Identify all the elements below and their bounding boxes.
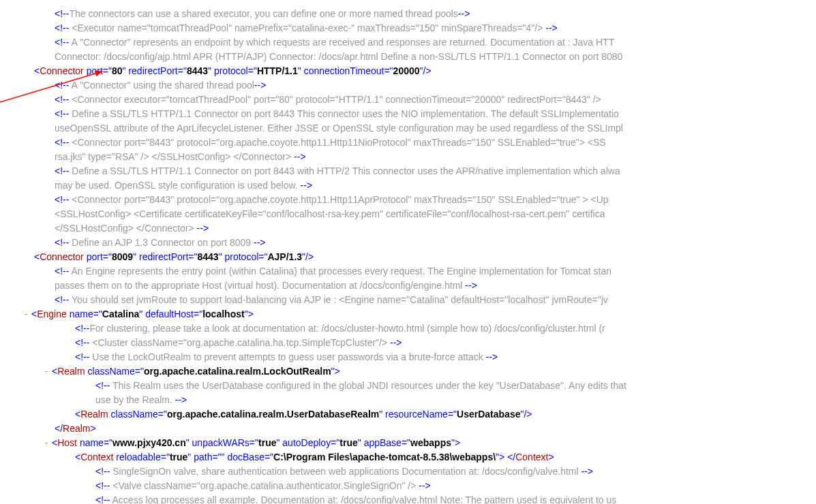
code-line: <!-- Access log processes all example. D… [14, 493, 802, 504]
token: =" [135, 366, 144, 377]
comment-text: <Cluster className="org.apache.catalina.… [89, 337, 390, 348]
code-line: use by the Realm. --> [14, 393, 802, 407]
xml-bracket: <!-- [55, 294, 69, 305]
xml-value: true [258, 437, 276, 448]
xml-attr: connectionTimeout [304, 65, 384, 76]
code-line: <!-- Define a SSL/TLS HTTP/1.1 Connector… [14, 164, 802, 178]
code-line: <Connector port="80" redirectPort="8443"… [14, 64, 802, 78]
xml-value: org.apache.catalina.realm.UserDatabaseRe… [167, 409, 379, 420]
code-line: <!-- <Connector port="8443" protocol="or… [14, 193, 802, 207]
token: " [276, 437, 282, 448]
token: =" [104, 437, 112, 448]
code-line: <!-- Define an AJP 1.3 Connector on port… [14, 236, 802, 250]
xml-attr: defaultHost [145, 309, 194, 319]
xml-bracket: --> [254, 237, 266, 248]
xml-bracket: <!-- [55, 8, 69, 19]
token: " [139, 309, 145, 319]
xml-bracket: <!-- [75, 337, 89, 348]
xml-bracket: --> [581, 466, 593, 477]
token: " [298, 65, 304, 76]
comment-text: For clustering, please take a look at do… [89, 323, 605, 334]
xml-attr: className [88, 366, 135, 377]
comment-text: This Realm uses the UserDatabase configu… [110, 380, 626, 391]
xml-bracket: --> [254, 80, 267, 91]
xml-value: webapps [410, 437, 451, 448]
xml-bracket: > </ [499, 452, 515, 462]
xml-bracket: <!-- [55, 22, 69, 33]
comment-text: The connectors can use a shared executor… [69, 8, 457, 19]
fold-toggle[interactable]: - [42, 436, 50, 450]
xml-value: 80 [112, 65, 123, 76]
xml-bracket: < [52, 366, 57, 377]
token: =" [402, 437, 410, 448]
xml-bracket: > [548, 452, 554, 462]
comment-text: rsa.jks" type="RSA" /> </SSLHostConfig> … [55, 151, 294, 162]
code-line: <!-- <Cluster className="org.apache.cata… [14, 336, 802, 350]
token: " [358, 437, 364, 448]
code-line: Connector: /docs/config/ajp.html APR (HT… [14, 50, 802, 64]
comment-text: passes them on to the appropriate Host (… [55, 280, 465, 291]
comment-text: Define a SSL/TLS HTTP/1.1 Connector on p… [69, 108, 618, 119]
xml-bracket: /> [524, 409, 532, 420]
xml-tag: Context [80, 452, 116, 462]
xml-bracket: > [248, 309, 254, 319]
token: =" [248, 65, 257, 76]
code-line: <!-- Use the LockOutRealm to prevent att… [14, 350, 802, 364]
xml-attr: protocol [214, 65, 248, 76]
token: =" [178, 65, 187, 76]
code-line: <Context reloadable="true" path="" docBa… [14, 450, 802, 464]
xml-tag: Host [57, 437, 80, 448]
comment-text: useOpenSSL attribute of the AprLifecycle… [55, 123, 623, 133]
code-line: <!--The connectors can use a shared exec… [14, 7, 802, 21]
xml-tag: Connector [40, 251, 86, 262]
comment-text: </SSLHostConfig> </Connector> [55, 223, 197, 234]
fold-toggle[interactable]: - [22, 307, 30, 321]
code-line: <!-- Define a SSL/TLS HTTP/1.1 Connector… [14, 107, 802, 121]
code-line: <!-- <Valve className="org.apache.catali… [14, 479, 802, 493]
xml-attr: port [87, 251, 103, 262]
comment-text: A "Connector" using the shared thread po… [69, 80, 254, 91]
xml-bracket: < [34, 65, 40, 76]
code-line: passes them on to the appropriate Host (… [14, 279, 802, 293]
token: " [219, 251, 225, 262]
comment-text: You should set jvmRoute to support load-… [69, 294, 607, 305]
code-line: <!-- <Executor name="tomcatThreadPool" n… [14, 21, 802, 35]
token: " [187, 452, 194, 462]
xml-bracket: < [75, 409, 80, 420]
xml-bracket: <!-- [55, 137, 69, 148]
comment-text: <Valve className="org.apache.catalina.au… [110, 480, 419, 491]
fold-toggle[interactable]: - [42, 364, 50, 379]
token: =" [161, 452, 170, 462]
xml-attr: redirectPort [139, 251, 188, 262]
xml-bracket: --> [458, 8, 470, 19]
token: =" [158, 409, 167, 420]
xml-value: www.pjxy420.cn [112, 437, 186, 448]
comment-text: SingleSignOn valve, share authentication… [110, 466, 581, 477]
token: " [379, 409, 385, 420]
xml-bracket: <!-- [55, 80, 69, 91]
token: =" [93, 309, 102, 319]
xml-tag: Realm [63, 423, 90, 434]
code-line: </SSLHostConfig> </Connector> --> [14, 221, 802, 236]
code-line: <!-- SingleSignOn valve, share authentic… [14, 464, 802, 479]
xml-attr: docBase [227, 452, 264, 462]
xml-value: Catalina [102, 309, 139, 319]
comment-text: Access log processes all example. Docume… [110, 494, 616, 504]
token: =" [194, 309, 202, 319]
comment-text: Define a SSL/TLS HTTP/1.1 Connector on p… [69, 166, 620, 176]
token: =" [265, 452, 273, 462]
comment-text: <Connector port="8443" protocol="org.apa… [69, 194, 608, 205]
xml-bracket: <!-- [55, 166, 69, 176]
xml-bracket: <!-- [75, 351, 89, 362]
xml-tag: Engine [37, 309, 69, 319]
xml-bracket: <!-- [55, 108, 69, 119]
code-line: <!-- A "Connector" represents an endpoin… [14, 35, 802, 50]
xml-bracket: <!-- [55, 94, 69, 105]
xml-bracket: < [34, 251, 40, 262]
token: =" [103, 251, 112, 262]
xml-attr: unpackWARs [192, 437, 250, 448]
token: =" [103, 65, 112, 76]
xml-bracket: --> [390, 337, 402, 348]
xml-attr: redirectPort [128, 65, 177, 76]
xml-attr: protocol [225, 251, 259, 262]
